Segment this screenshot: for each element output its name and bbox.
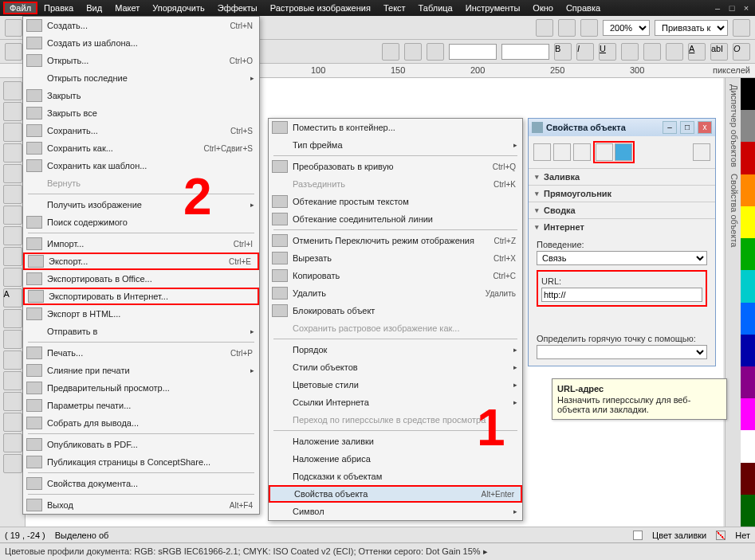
- file-menu-item[interactable]: ВыходAlt+F4: [23, 496, 259, 514]
- eyedropper-tool-icon[interactable]: [3, 392, 22, 411]
- context-menu-item[interactable]: Преобразовать в кривуюCtrl+Q: [269, 158, 522, 175]
- file-menu-item[interactable]: Экспортировать в Office...: [23, 270, 259, 288]
- file-menu-item[interactable]: Печать...Ctrl+P: [23, 344, 259, 362]
- palette-color[interactable]: [741, 303, 755, 335]
- file-menu-item[interactable]: Предварительный просмотр...: [23, 379, 259, 397]
- file-menu-item[interactable]: Создать...Ctrl+N: [23, 17, 259, 34]
- file-menu-item[interactable]: Поиск содержимого: [23, 213, 259, 231]
- menu-help[interactable]: Справка: [560, 2, 607, 14]
- context-menu-item[interactable]: Отменить Переключить режим отображенияCt…: [269, 232, 522, 249]
- bold-icon[interactable]: B: [554, 43, 572, 61]
- menu-view[interactable]: Вид: [80, 2, 108, 14]
- context-menu-item[interactable]: Цветовые стили: [269, 376, 522, 394]
- menu-window[interactable]: Окно: [526, 2, 560, 14]
- ellipse-tool-icon[interactable]: [3, 226, 22, 245]
- maximize-icon[interactable]: □: [726, 2, 737, 14]
- menu-tools[interactable]: Инструменты: [459, 2, 527, 14]
- file-menu-item[interactable]: Отправить в: [23, 323, 259, 340]
- rect-tab-icon[interactable]: [573, 143, 591, 161]
- italic-icon[interactable]: I: [576, 43, 594, 61]
- file-menu-item[interactable]: Экспортировать в Интернет...: [23, 288, 259, 305]
- polygon-tool-icon[interactable]: [3, 247, 22, 266]
- import-icon[interactable]: [536, 19, 553, 37]
- palette-color[interactable]: [741, 430, 755, 462]
- close-icon[interactable]: ×: [741, 2, 752, 14]
- rectangle-tool-icon[interactable]: [3, 206, 22, 225]
- interactive-tool-icon[interactable]: [3, 371, 22, 390]
- text-style-icon[interactable]: A: [688, 43, 706, 61]
- internet-tab-icon[interactable]: [615, 143, 632, 161]
- palette-color[interactable]: [741, 174, 755, 206]
- palette-color[interactable]: [741, 463, 755, 495]
- file-menu-item[interactable]: Собрать для вывода...: [23, 414, 259, 432]
- options-icon[interactable]: [733, 19, 750, 37]
- pdf-icon[interactable]: [580, 19, 598, 37]
- interactive-fill-icon[interactable]: [3, 454, 22, 473]
- file-menu-item[interactable]: Экспорт в HTML...: [23, 305, 259, 323]
- context-menu-item[interactable]: Поместить в контейнер...: [269, 119, 522, 136]
- group-icon[interactable]: [404, 43, 422, 61]
- menu-effects[interactable]: Эффекты: [211, 2, 264, 14]
- context-menu-item[interactable]: Стили объектов: [269, 358, 522, 376]
- docker-close-icon[interactable]: x: [698, 121, 712, 134]
- align-center-icon[interactable]: [643, 43, 661, 61]
- palette-color[interactable]: [741, 206, 755, 238]
- menu-text[interactable]: Текст: [377, 2, 412, 14]
- menu-layout[interactable]: Макет: [108, 2, 146, 14]
- context-menu-item[interactable]: Блокировать объект: [269, 302, 522, 319]
- file-menu-item[interactable]: Свойства документа...: [23, 475, 259, 492]
- fill-swatch-icon[interactable]: [633, 531, 643, 540]
- freehand-tool-icon[interactable]: [3, 164, 22, 183]
- menu-bitmaps[interactable]: Растровые изображения: [264, 2, 377, 14]
- summary-tab-icon[interactable]: [596, 143, 613, 161]
- palette-color[interactable]: [741, 495, 755, 527]
- file-menu-item[interactable]: Опубликовать в PDF...: [23, 436, 259, 453]
- palette-color[interactable]: [741, 270, 755, 302]
- snap-select[interactable]: Привязать к: [655, 20, 728, 36]
- file-menu-item[interactable]: Импорт...Ctrl+I: [23, 235, 259, 253]
- context-menu-item[interactable]: Обтекание простым текстом: [269, 193, 522, 210]
- width-input[interactable]: [449, 44, 497, 60]
- context-menu-item[interactable]: Порядок: [269, 341, 522, 358]
- context-menu-item[interactable]: КопироватьCtrl+C: [269, 267, 522, 284]
- fill-tab-icon[interactable]: [553, 143, 571, 161]
- new-icon[interactable]: [5, 19, 22, 37]
- context-menu-item[interactable]: ВырезатьCtrl+X: [269, 249, 522, 267]
- crop-tool-icon[interactable]: [3, 123, 22, 142]
- behavior-select[interactable]: Связь: [537, 251, 707, 265]
- file-menu-item[interactable]: Открыть...Ctrl+O: [23, 52, 259, 69]
- align-right-icon[interactable]: [666, 43, 683, 61]
- color-palette[interactable]: [741, 78, 755, 527]
- menu-arrange[interactable]: Упорядочить: [146, 2, 210, 14]
- ungroup-icon[interactable]: [427, 43, 444, 61]
- context-menu-item[interactable]: Свойства объектаAlt+Enter: [269, 485, 522, 503]
- hotspot-select[interactable]: [537, 345, 707, 359]
- palette-color[interactable]: [741, 142, 755, 174]
- abl-icon[interactable]: abl: [710, 43, 728, 61]
- docker-minimize-icon[interactable]: –: [663, 121, 677, 134]
- section-summary[interactable]: Сводка: [529, 202, 715, 218]
- docker-maximize-icon[interactable]: □: [680, 121, 694, 134]
- docker-titlebar[interactable]: Свойства объекта – □ x: [529, 119, 715, 136]
- menu-edit[interactable]: Правка: [37, 2, 80, 14]
- file-menu-item[interactable]: Публикация страницы в ConceptShare...: [23, 453, 259, 471]
- align-left-icon[interactable]: [621, 43, 639, 61]
- context-menu-item[interactable]: Подсказки к объектам: [269, 468, 522, 485]
- menu-table[interactable]: Таблица: [412, 2, 459, 14]
- file-menu-item[interactable]: Сохранить как шаблон...: [23, 157, 259, 174]
- palette-color[interactable]: [741, 110, 755, 142]
- file-menu-item[interactable]: Параметры печати...: [23, 397, 259, 414]
- pick-tool-icon[interactable]: [3, 81, 22, 100]
- zoom-select[interactable]: 200%: [603, 20, 650, 36]
- url-input[interactable]: [541, 288, 702, 302]
- fill-tool-icon[interactable]: [3, 433, 22, 452]
- section-rectangle[interactable]: Прямоугольник: [529, 185, 715, 202]
- height-input[interactable]: [501, 44, 549, 60]
- zoom-tool-icon[interactable]: [3, 143, 22, 163]
- dimension-tool-icon[interactable]: [3, 330, 22, 349]
- section-fill[interactable]: Заливка: [529, 168, 715, 185]
- palette-color[interactable]: [741, 398, 755, 430]
- palette-color[interactable]: [741, 366, 755, 398]
- scroll-mode-icon[interactable]: [693, 143, 710, 161]
- file-menu-item[interactable]: Сохранить...Ctrl+S: [23, 122, 259, 139]
